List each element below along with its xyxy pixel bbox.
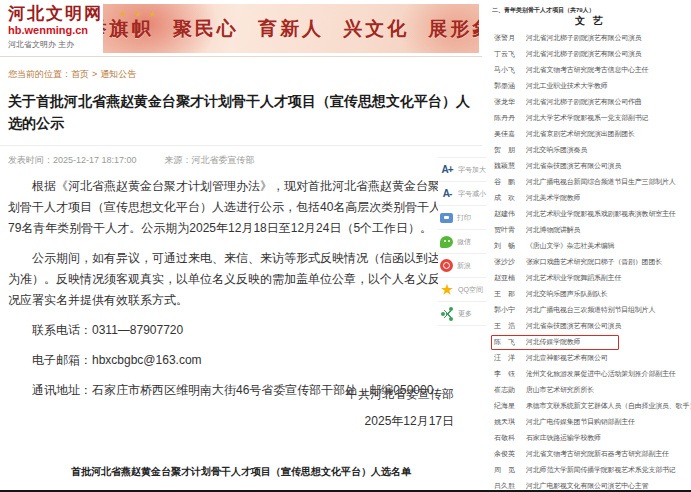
person-name: 崔志勋 (494, 385, 521, 395)
person-name: 李 钰 (494, 369, 521, 379)
article-paragraph: 公示期间，如有异议，可通过来电、来信、来访等形式反映情况（信函以到达邮戳为准）。… (8, 248, 470, 311)
toolbar-item[interactable]: 字号加大 (438, 158, 494, 182)
roster-row-box: 李 钰 沧州文化旅游发展促进中心活动策划推介部副主任 (491, 367, 681, 382)
toolbar-item[interactable]: 字号减小 (438, 182, 494, 206)
font-increase-icon (440, 163, 454, 177)
roster-row-box: 张警月 河北省河北梆子剧院演艺有限公司演员 (491, 31, 647, 46)
roster-row: 王 郡 河北交响乐团声乐队副队长 (487, 286, 691, 302)
breadcrumb-current-link[interactable]: 通知公告 (100, 69, 136, 79)
toolbar-item[interactable]: 微信 (438, 230, 494, 254)
roster-row: 张沙沙 张家口戏曲艺术研究院口梆子（晋剧）团团长 (487, 254, 691, 270)
roster-row: 石敬科 石家庄铁路运输学校教师 (487, 430, 691, 446)
toolbar-item[interactable]: 新浪 (438, 254, 494, 278)
person-org: 河北省河北梆子剧院演艺有限公司演员 (526, 33, 642, 43)
roster-row-box: 周 觅 河北师范大学新闻传播学院影视艺术系党支部书记 (491, 463, 681, 478)
wechat-icon (440, 236, 453, 248)
person-name: 纪海星 (494, 401, 521, 411)
article-column: 河北文明网 hb.wenming.cn 河北省文明办 主办 举旗帜 聚民心 育新… (0, 0, 482, 492)
roster-row-box: 石敬科 石家庄铁路运输学校教师 (491, 431, 606, 446)
toolbar-item[interactable]: 更多 (438, 302, 494, 326)
weibo-icon (440, 259, 453, 272)
person-name: 郭墨涵 (494, 81, 521, 91)
share-icon (440, 307, 454, 321)
person-name: 王 浩 (494, 321, 521, 331)
person-name: 张警月 (494, 33, 521, 43)
qzone-star-icon (440, 283, 454, 297)
person-name: 赵亚楠 (494, 273, 521, 283)
person-org: 河北艺术职业学院影视系戏剧影视表演教研室主任 (526, 209, 676, 219)
person-org: 河北艺术职业学院舞蹈系副主任 (526, 273, 621, 283)
roster-row: 汪 洋 河北壹神影视艺术有限公司 (487, 350, 691, 366)
publish-time: 发表时间：2025-12-17 18:17:00 (8, 154, 137, 167)
person-name: 谷 鹏 (494, 177, 521, 187)
person-name: 陈 飞 (494, 337, 521, 347)
roster-row-box: 郭小宁 河北广播电视台三农频道特别节目组制片人 (491, 303, 660, 318)
person-org: 河北美术学院教师 (526, 193, 580, 203)
roster-row-box: 贺 朋 河北交响乐团演奏员 (491, 143, 592, 158)
roster-row-box: 魏颖慧 河北省杂技团演艺有限公司演员 (491, 159, 626, 174)
roster-row: 郭小宁 河北广播电视台三农频道特别节目组制片人 (487, 302, 691, 318)
roster-panel: 二、青年类别骨干人才项目（共79人） 文艺 张警月 河北省河北梆子剧院演艺有限公… (487, 0, 691, 492)
roster-row: 刘 畅 《唐山文学》杂志社美术编辑 (487, 238, 691, 254)
signature-org: 中共河北省委宣传部 (346, 381, 454, 408)
roster-row-box: 张龙华 河北省河北梆子剧院演艺有限公司作曲 (491, 95, 647, 110)
roster-row: 马小飞 河北省文物考古研究院考古信息中心主任 (487, 62, 691, 78)
toolbar-item-label: 新浪 (457, 261, 471, 271)
person-name: 马小飞 (494, 65, 521, 75)
roster-row-box: 陈丹丹 河北大学艺术学院影视系一党支部副书记 (491, 111, 653, 126)
roster-row: 赵亚楠 河北艺术职业学院舞蹈系副主任 (487, 270, 691, 286)
roster-row: 纪海星 承德市文联系统新文艺群体人员（自由择业演员、歌手） (487, 398, 691, 414)
toolbar-item-label: 打印 (457, 213, 471, 223)
person-org: 河北省河北梆子剧院演艺有限公司作曲 (526, 97, 642, 107)
person-org: 河北广电传媒集团节目购销部副主任 (526, 417, 635, 427)
breadcrumb-separator: > (92, 69, 97, 79)
roster-row: 张警月 河北省河北梆子剧院演艺有限公司演员 (487, 30, 691, 46)
printer-icon (440, 213, 453, 223)
share-toolbar: 字号加大 字号减小 打印 微信 新浪 Q (438, 157, 494, 326)
article-body: 根据《河北省燕赵黄金台聚才计划管理办法》，现对首批河北省燕赵黄金台聚才计划骨干人… (8, 176, 470, 401)
site-logo[interactable]: 河北文明网 hb.wenming.cn 河北省文明办 主办 (8, 5, 103, 50)
roster-row: 余俊英 河北省文物考古研究院新石器考古研究部副主任 (487, 446, 691, 462)
roster-row-box: 成 欢 河北美术学院教师 (491, 191, 585, 206)
roster-row: 魏颖慧 河北省杂技团演艺有限公司演员 (487, 158, 691, 174)
person-org: 河北广播电视台三农频道特别节目组制片人 (526, 305, 655, 315)
toolbar-item-label: 更多 (458, 309, 472, 319)
page: 河北文明网 hb.wenming.cn 河北省文明办 主办 举旗帜 聚民心 育新… (0, 0, 691, 492)
person-org: 沧州文化旅游发展促进中心活动策划推介部副主任 (526, 369, 676, 379)
person-org: 河北大学艺术学院影视系一党支部副书记 (526, 113, 648, 123)
toolbar-item[interactable]: 打印 (438, 206, 494, 230)
roster-row: 陈丹丹 河北大学艺术学院影视系一党支部副书记 (487, 110, 691, 126)
person-org: 承德市文联系统新文艺群体人员（自由择业演员、歌手） (526, 401, 691, 411)
toolbar-item[interactable]: QQ空间 (438, 278, 494, 302)
breadcrumb-prefix: 您当前的位置： (8, 69, 71, 79)
person-name: 贾叶青 (494, 225, 521, 235)
roster-row-box: 谷 鹏 河北广播电视台新闻综合频道节目生产三部制片人 (491, 175, 681, 190)
roster-row-box: 吴佳嘉 河北省京剧艺术研究院演出团副团长 (491, 127, 640, 142)
roster-row: 郭墨涵 河北工业职业技术大学教师 (487, 78, 691, 94)
font-decrease-icon (440, 187, 454, 201)
toolbar-item-label: QQ空间 (458, 285, 483, 295)
roster-row: 李 钰 沧州文化旅游发展促进中心活动策划推介部副主任 (487, 366, 691, 382)
person-name: 张沙沙 (494, 257, 521, 267)
roster-list: 张警月 河北省河北梆子剧院演艺有限公司演员 丁云飞 河北省河北梆子剧院演艺有限公… (487, 30, 691, 492)
person-org: 河北壹神影视艺术有限公司 (526, 353, 608, 363)
roster-row-box: 马小飞 河北省文物考古研究院考古信息中心主任 (491, 63, 653, 78)
person-org: 河北传媒学院教师 (526, 337, 580, 347)
person-org: 河北交响乐团演奏员 (526, 145, 587, 155)
person-org: 河北省河北梆子剧院演艺有限公司演员 (526, 49, 642, 59)
person-org: 张家口戏曲艺术研究院口梆子（晋剧）团团长 (526, 257, 662, 267)
roster-row: 贾叶青 河北博物院讲解员 (487, 222, 691, 238)
person-name: 吴佳嘉 (494, 129, 521, 139)
person-name: 丁云飞 (494, 49, 521, 59)
roster-section-title: 二、青年类别骨干人才项目（共79人） (487, 0, 691, 15)
person-org: 河北师范大学新闻传播学院影视艺术系党支部书记 (526, 465, 676, 475)
person-org: 《唐山文学》杂志社美术编辑 (526, 241, 614, 251)
roster-row-box: 纪海星 承德市文联系统新文艺群体人员（自由择业演员、歌手） (491, 399, 691, 414)
slogan-banner: 举旗帜 聚民心 育新人 兴文化 展形象 (103, 4, 479, 53)
site-logo-subtitle: 河北省文明办 主办 (8, 39, 103, 50)
toolbar-item-label: 字号减小 (458, 189, 486, 199)
roster-row-box: 郭墨涵 河北工业职业技术大学教师 (491, 79, 613, 94)
roster-row-box: 崔志勋 唐山市艺术研究所所长 (491, 383, 599, 398)
person-name: 姚天琪 (494, 417, 521, 427)
breadcrumb-home-link[interactable]: 首页 (71, 69, 89, 79)
